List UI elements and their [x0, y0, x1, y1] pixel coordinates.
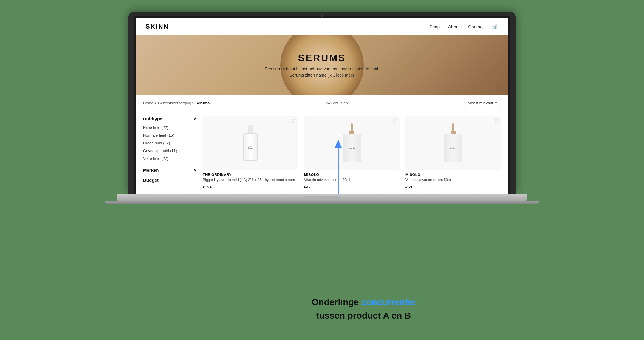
laptop-screen: SKINN Shop About Contact 🛒 SERUMS — [136, 18, 508, 194]
hero-read-more-link[interactable]: lees meer — [336, 73, 354, 78]
neck-2 — [451, 131, 456, 134]
nav-contact[interactable]: Contact — [468, 24, 484, 29]
breadcrumb-sep1: > — [154, 101, 158, 105]
wishlist-btn-2[interactable]: ♡ — [393, 118, 397, 124]
chevron-down-icon: ▾ — [495, 101, 497, 105]
bottle-body: theOrdinary — [243, 133, 258, 161]
product-image-misolo1: ♡ miyolo — [304, 116, 400, 170]
product-price-2: €42 — [304, 185, 400, 189]
site-logo: SKINN — [145, 23, 169, 30]
bottle-misolo-2: miyolo — [443, 123, 464, 162]
product-name-2: Vitamin advance serum 30ml — [304, 177, 400, 183]
product-price-3: €53 — [405, 185, 501, 189]
misolo-label-2: miyolo — [450, 147, 456, 149]
filter-huidtype-label: Huidtype — [143, 116, 162, 121]
hero-circle-decoration — [280, 35, 364, 95]
bottle-label-text: theOrdinary — [247, 145, 254, 149]
breadcrumb-current: Serums — [196, 101, 210, 105]
laptop-bezel: SKINN Shop About Contact 🛒 SERUMS — [134, 16, 510, 194]
product-card-2: ♡ miyolo MISOLO — [304, 116, 400, 189]
article-count: 241 artikelen — [326, 101, 348, 105]
body-1: miyolo — [343, 134, 361, 162]
webcam — [321, 14, 323, 17]
nav-about[interactable]: About — [448, 24, 460, 29]
filter-huidtype: Huidtype ∧ Rijpe huid (22) Normale huid … — [143, 116, 197, 163]
filter-option-vette[interactable]: Vette huid (27) — [143, 155, 197, 163]
filter-budget-label: Budget — [143, 177, 159, 183]
chevron-up-icon: ∧ — [193, 116, 197, 121]
laptop: SKINN Shop About Contact 🛒 SERUMS — [128, 12, 516, 204]
products-grid: ♡ theOrdinary THE ORDINARY B — [203, 116, 501, 189]
filter-option-droge[interactable]: Droge huid (22) — [143, 139, 197, 147]
filter-budget: Budget — [143, 177, 197, 183]
caption-highlight: concurrentie — [361, 297, 416, 307]
bottle-misolo-1: miyolo — [341, 123, 362, 162]
sidebar-filters: Huidtype ∧ Rijpe huid (22) Normale huid … — [143, 116, 203, 189]
bottle-ordinary: theOrdinary — [243, 125, 258, 161]
neck-1 — [349, 131, 354, 134]
annotation-caption: Onderlinge concurrentie tussen product A… — [312, 295, 415, 322]
sort-label: Meest relevant — [468, 101, 493, 105]
product-name-1: Bigger Hyaluronic Acid (HA) 2% + B5 - hy… — [203, 177, 298, 183]
filter-merken-title[interactable]: Merken ∨ — [143, 167, 197, 173]
scene: SKINN Shop About Contact 🛒 SERUMS — [83, 12, 561, 328]
site-header: SKINN Shop About Contact 🛒 — [136, 18, 508, 35]
product-card-3: ♡ miyolo MISOLO — [405, 116, 501, 189]
laptop-screen-outer: SKINN Shop About Contact 🛒 SERUMS — [128, 12, 516, 194]
filter-budget-title[interactable]: Budget — [143, 177, 197, 183]
hero-subtitle-text: Een serum helpt bij het behoud van een j… — [265, 67, 380, 78]
top-bar: Home > Gezichtsverzorging > Serums 241 a… — [136, 95, 508, 111]
filter-merken: Merken ∨ — [143, 167, 197, 173]
main-content: Huidtype ∧ Rijpe huid (22) Normale huid … — [136, 111, 508, 194]
dropper-1 — [351, 123, 353, 131]
breadcrumb: Home > Gezichtsverzorging > Serums — [143, 101, 210, 105]
wishlist-btn-1[interactable]: ♡ — [292, 118, 296, 124]
product-name-3: Vitamin advance serum 50ml — [405, 177, 501, 183]
product-brand-1: THE ORDINARY — [203, 173, 298, 177]
dropper-2 — [452, 123, 454, 131]
product-price-1: €15,80 — [203, 185, 298, 189]
cart-icon[interactable]: 🛒 — [492, 23, 499, 30]
product-brand-3: MISOLO — [405, 173, 501, 177]
hero-subtitle: Een serum helpt bij het behoud van een j… — [259, 66, 385, 78]
site-nav: Shop About Contact 🛒 — [429, 23, 499, 30]
product-brand-2: MISOLO — [304, 173, 400, 177]
filter-option-rijpe[interactable]: Rijpe huid (22) — [143, 124, 197, 132]
body-2: miyolo — [444, 134, 462, 162]
filter-huidtype-title[interactable]: Huidtype ∧ — [143, 116, 197, 121]
breadcrumb-category[interactable]: Gezichtsverzorging — [158, 101, 191, 105]
filter-option-normale[interactable]: Normale huid (15) — [143, 132, 197, 139]
chevron-down-icon-merken: ∨ — [193, 167, 197, 173]
product-image-ordinary: ♡ theOrdinary — [203, 116, 298, 170]
misolo-label-1: miyolo — [349, 147, 355, 149]
caption-part2: tussen product A en B — [316, 310, 411, 320]
bottle-cap — [248, 125, 253, 133]
laptop-foot — [105, 201, 539, 204]
filter-merken-label: Merken — [143, 168, 159, 173]
hero-title: SERUMS — [298, 52, 346, 64]
breadcrumb-home[interactable]: Home — [143, 101, 154, 105]
laptop-base — [117, 194, 527, 201]
nav-shop[interactable]: Shop — [429, 24, 440, 29]
product-card-1: ♡ theOrdinary THE ORDINARY B — [203, 116, 298, 189]
product-image-misolo2: ♡ miyolo — [405, 116, 501, 170]
breadcrumb-sep2: > — [192, 101, 195, 105]
caption-part1: Onderlinge — [312, 297, 361, 307]
sort-dropdown[interactable]: Meest relevant ▾ — [464, 99, 501, 107]
filter-option-gevoelige[interactable]: Gevoelige huid (11) — [143, 147, 197, 155]
hero-banner: SERUMS Een serum helpt bij het behoud va… — [136, 35, 508, 95]
wishlist-btn-3[interactable]: ♡ — [494, 118, 499, 124]
